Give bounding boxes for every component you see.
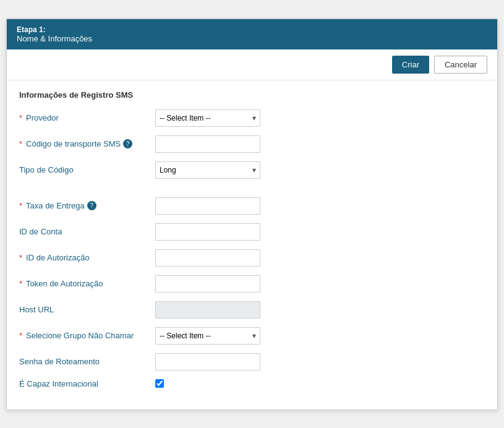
token-required: * — [19, 279, 22, 288]
token-autorizacao-group: * Token de Autorização — [19, 275, 485, 293]
taxa-help-icon[interactable]: ? — [87, 201, 96, 210]
id-conta-group: ID de Conta — [19, 223, 485, 241]
tipo-codigo-select[interactable]: Long Short — [155, 161, 260, 179]
taxa-required: * — [19, 201, 22, 210]
id-conta-label: ID de Conta — [19, 227, 155, 236]
codigo-help-icon[interactable]: ? — [123, 139, 132, 148]
host-url-group: Host URL — [19, 301, 485, 319]
id-autorizacao-input[interactable] — [155, 249, 260, 267]
provedor-select[interactable]: -- Select Item -- — [155, 109, 260, 127]
criar-button[interactable]: Criar — [392, 56, 429, 74]
token-autorizacao-input[interactable] — [155, 275, 260, 293]
selecione-grupo-label: * Selecione Grupo Não Chamar — [19, 331, 155, 340]
selecione-grupo-group: * Selecione Grupo Não Chamar -- Select I… — [19, 327, 485, 345]
main-window: Etapa 1: Nome & Informações Criar Cancel… — [6, 19, 498, 410]
selecione-required: * — [19, 331, 22, 340]
codigo-transporte-input[interactable] — [155, 135, 260, 153]
id-autorizacao-label: * ID de Autorização — [19, 253, 155, 262]
token-autorizacao-label: * Token de Autorização — [19, 279, 155, 288]
tipo-codigo-label: Tipo de Código — [19, 165, 155, 174]
tipo-codigo-group: Tipo de Código Long Short — [19, 161, 485, 179]
step-label: Etapa 1: — [17, 25, 487, 34]
taxa-entrega-group: * Taxa de Entrega ? — [19, 197, 485, 215]
id-autorizacao-required: * — [19, 253, 22, 262]
provedor-required: * — [19, 113, 22, 122]
tipo-codigo-select-wrapper: Long Short — [155, 161, 260, 179]
id-autorizacao-group: * ID de Autorização — [19, 249, 485, 267]
host-url-label: Host URL — [19, 305, 155, 314]
codigo-required: * — [19, 139, 22, 148]
host-url-input — [155, 301, 260, 319]
codigo-transporte-group: * Código de transporte SMS ? — [19, 135, 485, 153]
step-title: Nome & Informações — [17, 34, 487, 43]
provedor-label: * Provedor — [19, 113, 155, 122]
toolbar: Criar Cancelar — [7, 49, 497, 80]
provedor-group: * Provedor -- Select Item -- — [19, 109, 485, 127]
provedor-select-wrapper: -- Select Item -- — [155, 109, 260, 127]
form-content: Informações de Registro SMS * Provedor -… — [7, 80, 497, 409]
capaz-internacional-group: É Capaz Internacional — [19, 379, 485, 388]
taxa-entrega-input[interactable] — [155, 197, 260, 215]
capaz-internacional-label: É Capaz Internacional — [19, 379, 155, 388]
section-title: Informações de Registro SMS — [19, 90, 485, 100]
codigo-transporte-label: * Código de transporte SMS ? — [19, 139, 155, 148]
capaz-internacional-checkbox-wrapper — [155, 379, 164, 388]
cancelar-button[interactable]: Cancelar — [434, 56, 487, 74]
selecione-grupo-select[interactable]: -- Select Item -- — [155, 327, 260, 345]
senha-roteamento-label: Senha de Roteamento — [19, 357, 155, 366]
header: Etapa 1: Nome & Informações — [7, 19, 497, 49]
selecione-grupo-select-wrapper: -- Select Item -- — [155, 327, 260, 345]
taxa-entrega-label: * Taxa de Entrega ? — [19, 201, 155, 210]
capaz-internacional-checkbox[interactable] — [155, 379, 164, 388]
senha-roteamento-group: Senha de Roteamento — [19, 353, 485, 370]
senha-roteamento-input[interactable] — [155, 353, 260, 370]
id-conta-input[interactable] — [155, 223, 260, 241]
